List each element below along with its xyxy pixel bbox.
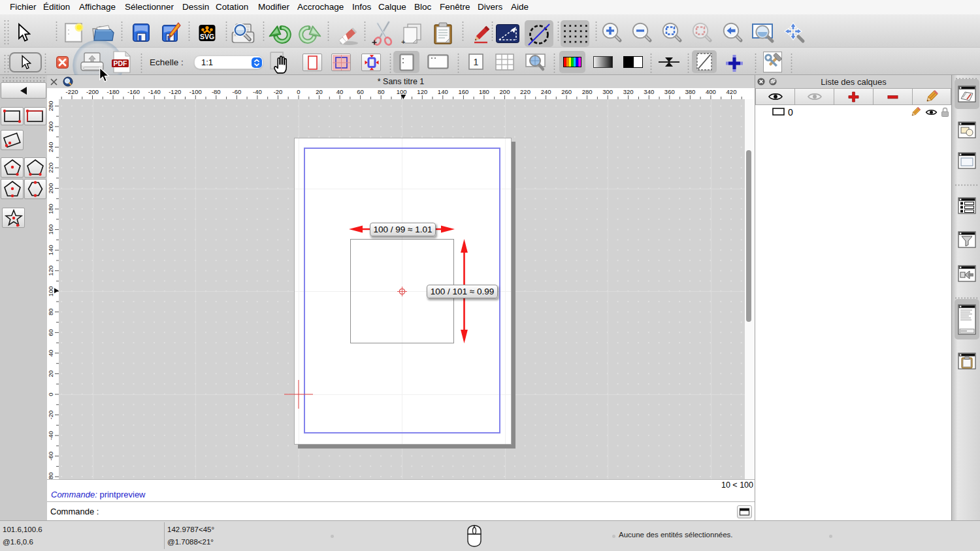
svg-text:400: 400 <box>706 88 716 95</box>
svg-text:-180: -180 <box>107 88 120 95</box>
svg-text:300: 300 <box>602 88 613 95</box>
svg-text:260: 260 <box>47 121 54 132</box>
svg-text:200: 200 <box>500 88 510 95</box>
svg-text:340: 340 <box>644 88 654 95</box>
svg-text:20: 20 <box>316 88 323 95</box>
svg-text:-60: -60 <box>47 452 54 461</box>
svg-text:-40: -40 <box>47 431 54 440</box>
svg-text:420: 420 <box>727 88 737 95</box>
svg-text:240: 240 <box>47 142 54 152</box>
svg-text:220: 220 <box>47 163 54 173</box>
svg-text:1: 1 <box>474 57 479 67</box>
svg-text:380: 380 <box>685 88 695 95</box>
svg-text:180: 180 <box>479 88 489 95</box>
svg-text:260: 260 <box>561 88 572 95</box>
svg-text:-100: -100 <box>189 88 202 95</box>
svg-text:-160: -160 <box>127 88 140 95</box>
svg-text:160: 160 <box>458 88 468 95</box>
svg-text:80: 80 <box>378 88 385 95</box>
svg-text:40: 40 <box>336 88 344 95</box>
svg-text:320: 320 <box>623 88 634 95</box>
svg-text:140: 140 <box>47 245 54 255</box>
svg-text:120: 120 <box>47 266 54 276</box>
svg-text:120: 120 <box>417 88 427 95</box>
svg-text:-200: -200 <box>86 88 99 95</box>
svg-text:100: 100 <box>397 88 407 95</box>
svg-text:220: 220 <box>520 88 531 95</box>
svg-text:-40: -40 <box>253 88 262 95</box>
svg-text:-220: -220 <box>65 88 78 95</box>
svg-text:60: 60 <box>47 329 54 336</box>
svg-text:-20: -20 <box>274 88 283 95</box>
svg-text:-80: -80 <box>212 88 221 95</box>
svg-text:280: 280 <box>47 101 54 111</box>
svg-text:200: 200 <box>47 183 54 194</box>
svg-text:80: 80 <box>47 309 54 316</box>
svg-text:0: 0 <box>297 88 300 95</box>
svg-text:-80: -80 <box>47 472 54 479</box>
svg-text:40: 40 <box>47 350 54 357</box>
svg-text:100: 100 <box>47 286 54 296</box>
svg-text:-120: -120 <box>169 88 181 95</box>
svg-text:160: 160 <box>47 225 54 235</box>
svg-text:240: 240 <box>541 88 551 95</box>
svg-text:140: 140 <box>438 88 448 95</box>
svg-text:20: 20 <box>47 370 54 377</box>
svg-text:PDF: PDF <box>114 59 128 67</box>
svg-text:-140: -140 <box>148 88 161 95</box>
svg-text:-20: -20 <box>47 411 54 420</box>
svg-text:0: 0 <box>47 392 54 396</box>
svg-text:-60: -60 <box>233 88 242 95</box>
svg-text:360: 360 <box>664 88 675 95</box>
svg-text:60: 60 <box>357 88 364 95</box>
svg-text:280: 280 <box>582 88 593 95</box>
svg-text:180: 180 <box>47 204 54 214</box>
